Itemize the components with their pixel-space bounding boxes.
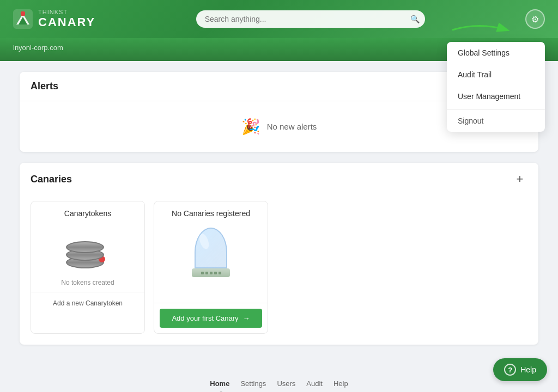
footer-link-settings[interactable]: Settings [240,379,266,388]
logo-sub: THINKST [38,9,95,15]
help-question-icon: ? [504,364,516,376]
add-first-canary-button[interactable]: Add your first Canary → [160,309,262,328]
dropdown-item-global-settings[interactable]: Global Settings [447,42,545,64]
coin-stack-icon [66,230,110,268]
dome-base-dots [201,272,221,274]
footer-link-users[interactable]: Users [277,379,295,388]
dome-glass [195,228,227,268]
coin-3 [66,241,104,253]
canarytokens-action: Add a new Canarytoken [31,292,144,313]
canaries-body: Canarytokens No tokens created Add a new… [20,195,538,345]
header-right: ⚙ Global Settings Audit Trail User Manag… [525,9,545,29]
canarytokens-card: Canarytokens No tokens created Add a new… [31,201,145,334]
header: THINKST CANARY 🔍 ⚙ Global Settings Audit… [0,0,558,38]
dropdown-item-signout[interactable]: Signout [447,109,545,132]
search-icon-button[interactable]: 🔍 [410,15,420,23]
dome-base [192,268,230,277]
logo-area: THINKST CANARY [13,9,95,29]
svg-rect-3 [21,11,25,16]
footer-link-help[interactable]: Help [333,379,348,388]
footer-links: Home Settings Users Audit Help [0,379,558,388]
dropdown-menu: Global Settings Audit Trail User Managem… [447,42,545,132]
canarytokens-image-area [31,222,144,277]
canary-dome-icon [189,228,233,282]
canaries-title: Canaries [31,174,72,185]
canaries-header: Canaries + [20,163,538,195]
add-canary-plus-button[interactable]: + [512,171,527,187]
logo-icon [13,9,33,29]
no-canaries-card-title: No Canaries registered [154,201,268,222]
footer-link-audit[interactable]: Audit [306,379,323,388]
search-bar: 🔍 [196,10,425,28]
dropdown-item-user-management[interactable]: User Management [447,85,545,107]
dropdown-item-audit-trail[interactable]: Audit Trail [447,64,545,85]
help-button[interactable]: ? Help [493,358,547,381]
logo-text-group: THINKST CANARY [38,9,95,29]
search-input[interactable] [196,10,425,28]
logo-main-text: CANARY [38,15,95,29]
canarytokens-card-title: Canarytokens [31,201,144,222]
no-alerts-text: No new alerts [267,122,317,131]
gear-button[interactable]: ⚙ [525,9,545,29]
add-first-canary-arrow-icon: → [243,314,250,322]
add-first-canary-label: Add your first Canary [172,314,238,322]
canarytokens-status: No tokens created [31,277,144,292]
no-canaries-action: Add your first Canary → [154,303,268,333]
domain-label: inyoni-corp.com [13,44,63,52]
alerts-title: Alerts [31,81,58,92]
add-canarytoken-link[interactable]: Add a new Canarytoken [53,299,123,307]
canaries-card: Canaries + Canarytokens No tokens [20,163,538,345]
party-icon: 🎉 [241,118,260,136]
no-canaries-status [154,287,268,303]
help-label: Help [520,365,536,374]
footer: Home Settings Users Audit Help © 2015 – … [0,366,558,392]
canary-dome-image-area [154,222,268,287]
footer-link-home[interactable]: Home [210,379,229,388]
no-canaries-card: No Canaries registered [154,201,268,334]
